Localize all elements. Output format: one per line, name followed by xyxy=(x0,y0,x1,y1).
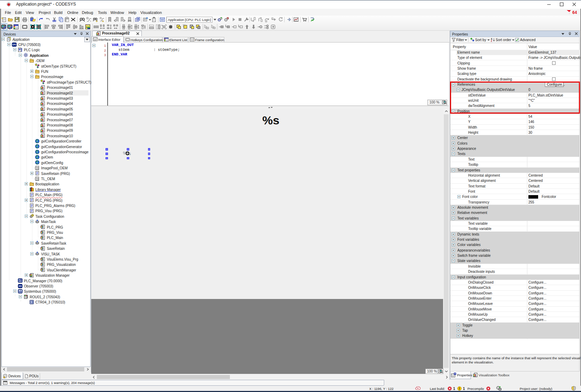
svg-text:Z: Z xyxy=(491,40,492,42)
svg-text:CPU: CPU xyxy=(12,44,17,46)
svg-text:PLC: PLC xyxy=(18,279,22,281)
